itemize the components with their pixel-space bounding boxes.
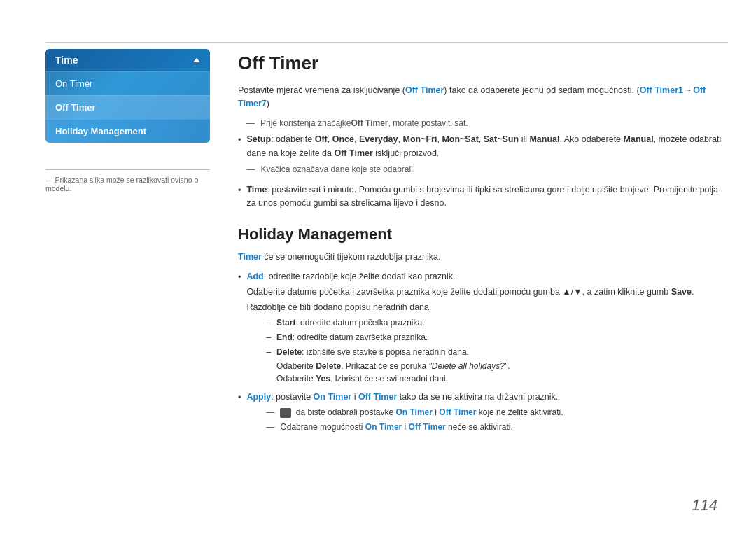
off-timer-body: Postavite mjerač vremena za isključivanj… [238, 84, 724, 210]
add-delete: Delete: izbrišite sve stavke s popisa ne… [266, 346, 694, 385]
sidebar-arrow-down [46, 146, 210, 150]
sidebar-note: ― Prikazana slika može se razlikovati ov… [46, 169, 210, 192]
off-timer-intro: Postavite mjerač vremena za isključivanj… [238, 84, 724, 111]
time-label: Time [246, 185, 267, 195]
add-label: Add [246, 272, 263, 281]
holiday-bullet-add: Add: odredite razdoblje koje želite doda… [238, 270, 724, 387]
off-timer-title: Off Timer [238, 52, 724, 74]
add-start: Start: odredite datum početka praznika. [266, 316, 694, 329]
remote-icon [280, 408, 291, 418]
off-timer-highlight1: Off Timer [405, 85, 444, 95]
apply-label: Apply [246, 392, 271, 402]
sidebar-title: Time [55, 55, 78, 66]
add-end: End: odredite datum završetka praznika. [266, 331, 694, 344]
holiday-section: Holiday Management Timer će se onemogući… [238, 225, 724, 435]
apply-sub1: da biste odabrali postavke On Timer i Of… [266, 406, 563, 419]
arrow-up-icon [193, 58, 200, 62]
apply-sub2: Odabrane mogućnosti On Timer i Off Timer… [266, 421, 563, 433]
holiday-bullet-apply: Apply: postavite On Timer i Off Timer ta… [238, 391, 724, 435]
off-timer-highlight2: Off Timer1 [640, 85, 683, 95]
sidebar-header: Time [46, 49, 210, 71]
main-content: Off Timer Postavite mjerač vremena za is… [238, 45, 724, 439]
off-timer-bullet-setup: Setup: odaberite Off, Once, Everyday, Mo… [238, 133, 724, 179]
page-number: 114 [692, 496, 718, 514]
sidebar-item-holiday[interactable]: Holiday Management [46, 119, 210, 143]
off-timer-section: Off Timer Postavite mjerač vremena za is… [238, 52, 724, 210]
sidebar-menu: Time On Timer Off Timer Holiday Manageme… [46, 49, 210, 143]
off-timer-highlight3: Off Timer7 [238, 85, 706, 108]
sidebar: Time On Timer Off Timer Holiday Manageme… [46, 49, 210, 192]
setup-label: Setup [246, 134, 271, 144]
off-timer-prenote-bold: Off Timer [351, 117, 388, 130]
setup-subnote: Kvačica označava dane koje ste odabrali. [246, 163, 724, 176]
holiday-body: Timer će se onemogućiti tijekom razdoblj… [238, 251, 724, 435]
top-divider [46, 42, 728, 43]
off-timer-bullet-time: Time: postavite sat i minute. Pomoću gum… [238, 183, 724, 211]
arrow-down-icon [125, 146, 132, 150]
off-timer-prenote: Prije korištenja značajke Off Timer, mor… [246, 117, 724, 130]
holiday-intro: Timer će se onemogućiti tijekom razdoblj… [238, 251, 724, 264]
sidebar-item-ontimer[interactable]: On Timer [46, 71, 210, 95]
sidebar-item-offtimer[interactable]: Off Timer [46, 95, 210, 119]
timer-highlight: Timer [238, 252, 262, 262]
holiday-title: Holiday Management [238, 225, 724, 244]
